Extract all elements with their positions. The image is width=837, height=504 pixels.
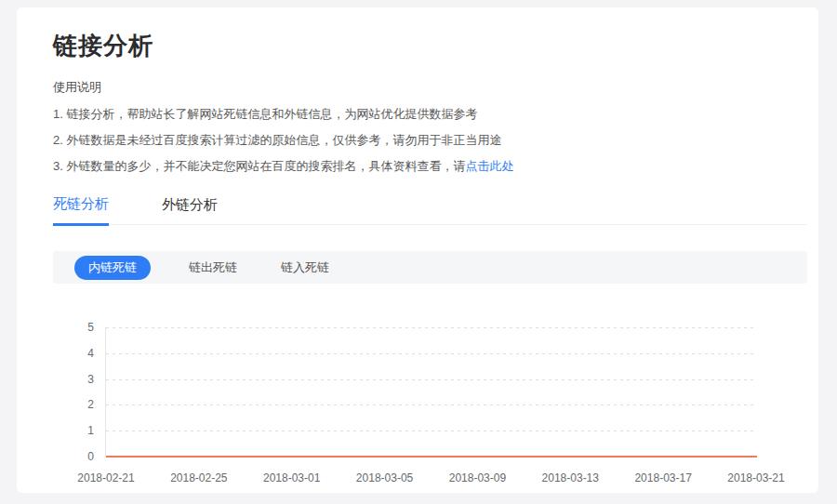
y-axis-labels: 012345: [53, 327, 94, 457]
instruction-line-2: 2. 外链数据是未经过百度搜索计算过滤的原始信息，仅供参考，请勿用于非正当用途: [53, 132, 807, 148]
subtab-internal-dead-link[interactable]: 内链死链: [74, 256, 151, 280]
y-axis-tick-label: 0: [87, 451, 94, 462]
gridline: [106, 405, 756, 405]
instruction-line-3-text: 3. 外链数量的多少，并不能决定您网站在百度的搜索排名，具体资料查看，请: [53, 159, 465, 173]
link-analysis-card: 链接分析 使用说明 1. 链接分析，帮助站长了解网站死链信息和外链信息，为网站优…: [17, 7, 818, 493]
plot-area: 2018-02-212018-02-252018-03-012018-03-05…: [105, 327, 756, 457]
x-axis-date-label: 2018-03-01: [263, 471, 320, 484]
x-axis-date-label: 2018-03-17: [634, 471, 691, 484]
x-axis-date-label: 2018-03-05: [356, 471, 413, 484]
x-axis-date-label: 2018-03-13: [542, 471, 599, 484]
gridline: [106, 327, 756, 328]
y-axis-tick-label: 1: [87, 425, 94, 436]
data-line: [106, 327, 757, 457]
y-axis-tick-label: 2: [87, 399, 94, 410]
subtab-outbound-dead-link[interactable]: 链出死链: [189, 259, 237, 276]
dead-link-trend-chart: 012345 2018-02-212018-02-252018-03-01201…: [53, 327, 807, 485]
x-axis-date-label: 2018-03-21: [727, 471, 784, 484]
y-axis-tick-label: 5: [87, 322, 94, 333]
instruction-line-3: 3. 外链数量的多少，并不能决定您网站在百度的搜索排名，具体资料查看，请点击此处: [53, 158, 807, 174]
subtab-inbound-dead-link[interactable]: 链入死链: [281, 259, 329, 276]
tab-external-link-analysis[interactable]: 外链分析: [162, 196, 218, 224]
y-axis-tick-label: 4: [87, 348, 94, 359]
gridline: [106, 379, 756, 380]
gridline: [106, 431, 756, 431]
page-title: 链接分析: [53, 32, 807, 60]
x-axis-date-label: 2018-02-25: [170, 471, 227, 484]
gridline: [106, 353, 756, 354]
usage-instructions-heading: 使用说明: [53, 79, 807, 96]
click-here-link[interactable]: 点击此处: [465, 159, 513, 173]
x-axis-date-label: 2018-02-21: [77, 471, 134, 484]
dead-link-subtab-bar: 内链死链 链出死链 链入死链: [53, 251, 807, 284]
instruction-line-1: 1. 链接分析，帮助站长了解网站死链信息和外链信息，为网站优化提供数据参考: [53, 106, 807, 122]
x-axis-date-label: 2018-03-09: [449, 471, 506, 484]
y-axis-tick-label: 3: [87, 374, 94, 385]
analysis-tabs: 死链分析 外链分析: [53, 195, 807, 225]
tab-dead-link-analysis[interactable]: 死链分析: [53, 195, 109, 226]
